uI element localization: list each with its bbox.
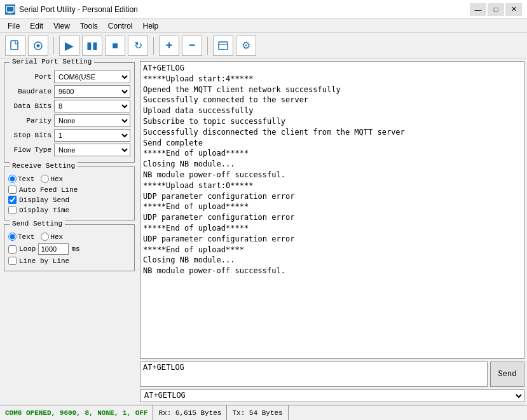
baudrate-select[interactable]: 9600 — [54, 85, 130, 98]
display-time-label: Display Time — [19, 207, 69, 214]
svg-point-4 — [37, 44, 40, 47]
subtract-button[interactable]: − — [182, 36, 202, 56]
send-setting-title: Send Setting — [10, 220, 65, 227]
status-bar: COM6 OPENED, 9600, 8, NONE, 1, OFF Rx: 6… — [0, 405, 527, 420]
databits-select[interactable]: 8 — [54, 100, 130, 112]
auto-feed-line-row: Auto Feed Line — [8, 186, 130, 194]
send-text-radio[interactable] — [8, 233, 17, 241]
send-text-label[interactable]: Text — [8, 233, 34, 241]
receive-hex-radio[interactable] — [41, 175, 49, 183]
baudrate-label: Baudrate — [8, 88, 51, 95]
stop-button[interactable]: ■ — [105, 36, 125, 56]
display-send-row: Display Send — [8, 196, 130, 204]
stopbits-label: Stop Bits — [8, 132, 51, 139]
right-panel: AT+GETLOG *****Upload start:4***** Opene… — [139, 58, 527, 405]
auto-feed-line-label: Auto Feed Line — [19, 186, 78, 194]
menu-edit[interactable]: Edit — [25, 20, 48, 32]
toolbar-sep-1 — [53, 37, 54, 55]
loop-label: Loop — [19, 245, 36, 253]
title-bar: Serial Port Utility - Personal Edition —… — [0, 0, 527, 19]
close-button[interactable]: ✕ — [505, 3, 522, 16]
menu-help[interactable]: Help — [138, 20, 164, 32]
pause-button[interactable]: ▮▮ — [82, 36, 102, 56]
display-time-row: Display Time — [8, 206, 130, 214]
baudrate-row: Baudrate 9600 — [8, 85, 130, 98]
menu-tools[interactable]: Tools — [75, 20, 103, 32]
send-hex-label[interactable]: Hex — [41, 233, 63, 241]
line-by-line-checkbox[interactable] — [8, 257, 17, 265]
menu-bar: File Edit View Tools Control Help — [0, 19, 527, 33]
minimize-button[interactable]: — — [470, 3, 486, 16]
receive-setting-group: Receive Setting Text Hex Auto Feed Line — [4, 166, 135, 220]
connection-status: COM6 OPENED, 9600, 8, NONE, 1, OFF — [0, 405, 153, 420]
play-button[interactable]: ▶ — [59, 36, 79, 56]
log-area[interactable]: AT+GETLOG *****Upload start:4***** Opene… — [140, 61, 524, 359]
loop-row: Loop ms — [8, 243, 130, 255]
parity-label: Parity — [8, 117, 51, 125]
loop-unit: ms — [71, 245, 79, 253]
send-textarea[interactable]: AT+GETLOG — [140, 362, 488, 387]
main-content: Serial Port Setting Port COM6(USE Baudra… — [0, 58, 527, 405]
svg-rect-2 — [11, 41, 18, 50]
send-area: AT+GETLOG Send AT+GETLOG — [140, 362, 524, 402]
send-hex-radio[interactable] — [41, 233, 49, 241]
menu-file[interactable]: File — [3, 20, 25, 32]
tx-status: Tx: 54 Bytes — [227, 405, 288, 420]
send-input-row: AT+GETLOG Send — [140, 362, 524, 387]
maximize-button[interactable]: □ — [488, 3, 504, 16]
line-by-line-label: Line by Line — [19, 257, 69, 265]
receive-setting-title: Receive Setting — [10, 162, 78, 170]
port-label: Port — [8, 73, 51, 81]
parity-select[interactable]: None — [54, 114, 130, 127]
loop-input[interactable] — [38, 243, 69, 255]
flowtype-row: Flow Type None — [8, 144, 130, 156]
toolbar: ▶ ▮▮ ■ ↻ + − ⚙ — [0, 33, 527, 58]
cmd-history-select[interactable]: AT+GETLOG — [140, 390, 524, 402]
stopbits-row: Stop Bits 1 — [8, 129, 130, 142]
send-mode-row: Text Hex — [8, 233, 130, 241]
serial-port-setting-group: Serial Port Setting Port COM6(USE Baudra… — [4, 62, 135, 163]
cmd-select-row: AT+GETLOG — [140, 390, 524, 402]
toolbar-sep-2 — [153, 37, 154, 55]
rx-status: Rx: 6,615 Bytes — [153, 405, 227, 420]
add-button[interactable]: + — [159, 36, 179, 56]
window-title: Serial Port Utility - Personal Edition — [19, 5, 470, 14]
svg-rect-0 — [6, 6, 14, 12]
stopbits-select[interactable]: 1 — [54, 129, 130, 142]
svg-rect-5 — [219, 42, 228, 50]
flowtype-label: Flow Type — [8, 146, 51, 154]
settings-button[interactable]: ⚙ — [236, 36, 256, 56]
send-button[interactable]: Send — [490, 362, 524, 387]
display-time-checkbox[interactable] — [8, 206, 17, 214]
receive-text-radio[interactable] — [8, 175, 17, 183]
send-setting-group: Send Setting Text Hex Loop ms — [4, 224, 135, 271]
display-send-checkbox[interactable] — [8, 196, 17, 204]
databits-row: Data Bits 8 — [8, 100, 130, 112]
loop-checkbox[interactable] — [8, 245, 17, 254]
toolbar-sep-3 — [207, 37, 208, 55]
receive-hex-label[interactable]: Hex — [41, 175, 63, 183]
refresh-button[interactable]: ↻ — [128, 36, 148, 56]
app-icon — [5, 4, 15, 15]
parity-row: Parity None — [8, 114, 130, 127]
line-by-line-row: Line by Line — [8, 257, 130, 265]
left-panel: Serial Port Setting Port COM6(USE Baudra… — [0, 58, 139, 405]
receive-text-label[interactable]: Text — [8, 175, 34, 183]
open-button[interactable] — [28, 36, 48, 56]
flowtype-select[interactable]: None — [54, 144, 130, 156]
auto-feed-line-checkbox[interactable] — [8, 186, 17, 194]
window-button[interactable] — [213, 36, 233, 56]
port-row: Port COM6(USE — [8, 71, 130, 83]
display-send-label: Display Send — [19, 196, 69, 204]
receive-mode-row: Text Hex — [8, 175, 130, 183]
window-controls: — □ ✕ — [470, 3, 522, 16]
menu-view[interactable]: View — [48, 20, 75, 32]
databits-label: Data Bits — [8, 102, 51, 110]
new-button[interactable] — [5, 36, 25, 56]
menu-control[interactable]: Control — [103, 20, 138, 32]
port-select[interactable]: COM6(USE — [54, 71, 130, 83]
serial-port-setting-title: Serial Port Setting — [10, 58, 94, 65]
